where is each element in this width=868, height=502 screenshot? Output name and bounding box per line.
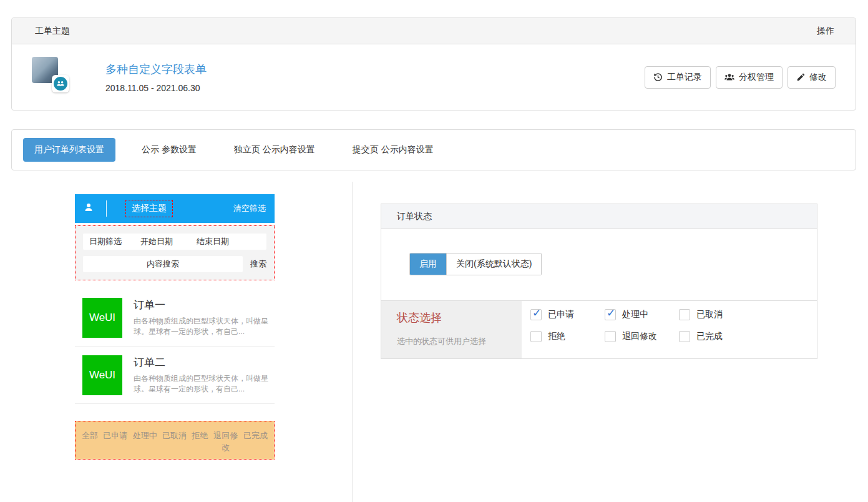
status-checkbox-grid: 已申请 处理中 已取消 拒绝 — [522, 301, 817, 358]
status-enable-toggle: 启用 关闭(系统默认状态) — [409, 253, 542, 275]
tab-standalone-page-content-settings[interactable]: 独立页 公示内容设置 — [223, 138, 326, 162]
checkbox-processing-box[interactable] — [605, 309, 616, 320]
status-tab-applied[interactable]: 已申请 — [103, 430, 127, 441]
checkbox-cancelled[interactable]: 已取消 — [679, 309, 753, 320]
status-tab-cancelled[interactable]: 已取消 — [162, 430, 187, 441]
work-order-records-label: 工单记录 — [667, 72, 702, 83]
topic-date-range: 2018.11.05 - 2021.06.30 — [105, 83, 207, 93]
checkbox-cancelled-label: 已取消 — [696, 309, 723, 320]
status-select-label-cell: 状态选择 选中的状态可供用户选择 — [381, 301, 522, 358]
checkbox-applied-box[interactable] — [530, 309, 542, 320]
settings-tab-bar: 用户订单列表设置 公示 参数设置 独立页 公示内容设置 提交页 公示内容设置 — [11, 129, 856, 170]
order-description: 由各种物质组成的巨型球状天体，叫做星球。星球有一定的形状，有自己... — [134, 373, 275, 395]
checkbox-completed-box[interactable] — [679, 331, 690, 342]
history-icon — [653, 72, 663, 82]
status-tab-returned[interactable]: 退回修改 — [213, 430, 238, 453]
preview-column: 选择主题 清空筛选 日期筛选 开始日期 结束日期 内容搜索 搜索 WeUI — [0, 182, 353, 502]
topic-action-buttons: 工单记录 分权管理 — [645, 66, 836, 89]
user-icon — [84, 202, 94, 215]
tab-public-parameter-settings[interactable]: 公示 参数设置 — [130, 138, 208, 162]
checkbox-rejected-label: 拒绝 — [548, 331, 565, 342]
mobile-preview: 选择主题 清空筛选 日期筛选 开始日期 结束日期 内容搜索 搜索 WeUI — [75, 194, 275, 460]
order-info: 订单二 由各种物质组成的巨型球状天体，叫做星球。星球有一定的形状，有自己... — [134, 355, 275, 395]
checkbox-returned[interactable]: 退回修改 — [605, 331, 679, 342]
order-title: 订单一 — [134, 298, 275, 312]
tab-submit-page-content-settings[interactable]: 提交页 公示内容设置 — [341, 138, 445, 162]
edit-button[interactable]: 修改 — [788, 66, 836, 89]
search-row: 内容搜索 搜索 — [83, 256, 266, 272]
topic-avatar — [32, 57, 76, 98]
panel-title: 订单状态 — [381, 204, 817, 229]
end-date-field[interactable]: 结束日期 — [197, 236, 229, 247]
group-badge-icon — [54, 77, 67, 91]
order-list-item[interactable]: WeUI 订单一 由各种物质组成的巨型球状天体，叫做星球。星球有一定的形状，有自… — [75, 289, 275, 347]
header-divider — [106, 200, 107, 217]
checkbox-applied-label: 已申请 — [548, 309, 574, 320]
content-search-input[interactable]: 内容搜索 — [83, 256, 243, 272]
order-thumbnail: WeUI — [82, 355, 122, 395]
status-tab-rejected[interactable]: 拒绝 — [192, 430, 208, 441]
status-select-row: 状态选择 选中的状态可供用户选择 已申请 处理中 已取消 — [381, 300, 817, 358]
card-header: 工单主题 操作 — [12, 18, 856, 44]
settings-column: 订单状态 启用 关闭(系统默认状态) 状态选择 选中的状态可供用户选择 已申请 — [353, 182, 868, 502]
status-tab-processing[interactable]: 处理中 — [133, 430, 157, 441]
permission-management-button[interactable]: 分权管理 — [716, 66, 783, 89]
checkbox-completed-label: 已完成 — [696, 331, 723, 342]
status-select-hint: 选中的状态可供用户选择 — [397, 336, 515, 347]
permission-management-label: 分权管理 — [739, 72, 774, 83]
checkbox-cancelled-box[interactable] — [679, 309, 690, 320]
order-list-item[interactable]: WeUI 订单二 由各种物质组成的巨型球状天体，叫做星球。星球有一定的形状，有自… — [75, 347, 275, 404]
status-tab-all[interactable]: 全部 — [82, 430, 98, 441]
order-title: 订单二 — [134, 355, 275, 370]
order-info: 订单一 由各种物质组成的巨型球状天体，叫做星球。星球有一定的形状，有自己... — [134, 298, 275, 338]
disable-button[interactable]: 关闭(系统默认状态) — [446, 253, 541, 275]
search-button[interactable]: 搜索 — [250, 258, 266, 270]
start-date-field[interactable]: 开始日期 — [140, 236, 173, 247]
card-header-actions-label: 操作 — [817, 26, 834, 37]
order-status-panel: 订单状态 启用 关闭(系统默认状态) 状态选择 选中的状态可供用户选择 已申请 — [381, 204, 817, 359]
tab-user-order-list-settings[interactable]: 用户订单列表设置 — [23, 138, 115, 162]
edit-icon — [796, 73, 805, 82]
checkbox-returned-box[interactable] — [605, 331, 616, 342]
order-description: 由各种物质组成的巨型球状天体，叫做星球。星球有一定的形状，有自己... — [134, 316, 275, 337]
preview-status-tab-bar: 全部 已申请 处理中 已取消 拒绝 退回修改 已完成 — [75, 421, 275, 460]
clear-filter-button[interactable]: 清空筛选 — [233, 203, 266, 214]
card-body: 多种自定义字段表单 2018.11.05 - 2021.06.30 工单记录 — [12, 44, 856, 110]
work-order-topic-card: 工单主题 操作 多种自定义字段表单 2018.11.05 - 2021.06.3… — [11, 17, 856, 111]
checkbox-applied[interactable]: 已申请 — [530, 309, 605, 320]
topic-title-link[interactable]: 多种自定义字段表单 — [105, 62, 207, 77]
users-icon — [724, 72, 734, 82]
checkbox-processing-label: 处理中 — [622, 309, 648, 320]
select-theme-button[interactable]: 选择主题 — [125, 200, 173, 217]
preview-filter-box: 日期筛选 开始日期 结束日期 内容搜索 搜索 — [75, 225, 275, 280]
date-filter-bar: 日期筛选 开始日期 结束日期 — [83, 234, 266, 250]
preview-header: 选择主题 清空筛选 — [75, 194, 275, 223]
status-tab-completed[interactable]: 已完成 — [243, 430, 268, 441]
checkbox-rejected[interactable]: 拒绝 — [530, 331, 605, 342]
main-area: 选择主题 清空筛选 日期筛选 开始日期 结束日期 内容搜索 搜索 WeUI — [0, 182, 868, 502]
order-thumbnail: WeUI — [82, 298, 122, 338]
checkbox-completed[interactable]: 已完成 — [679, 331, 753, 342]
checkbox-processing[interactable]: 处理中 — [605, 309, 679, 320]
work-order-records-button[interactable]: 工单记录 — [645, 66, 711, 89]
card-header-title: 工单主题 — [35, 26, 70, 37]
preview-order-list: WeUI 订单一 由各种物质组成的巨型球状天体，叫做星球。星球有一定的形状，有自… — [75, 289, 275, 404]
group-badge — [52, 75, 69, 92]
panel-body: 启用 关闭(系统默认状态) — [381, 229, 817, 300]
date-filter-label: 日期筛选 — [89, 236, 122, 247]
edit-label: 修改 — [809, 72, 827, 83]
checkbox-returned-label: 退回修改 — [622, 331, 657, 342]
checkbox-rejected-box[interactable] — [530, 331, 542, 342]
status-select-label: 状态选择 — [397, 310, 515, 325]
enable-button[interactable]: 启用 — [410, 253, 446, 275]
topic-info: 多种自定义字段表单 2018.11.05 - 2021.06.30 — [105, 62, 207, 93]
